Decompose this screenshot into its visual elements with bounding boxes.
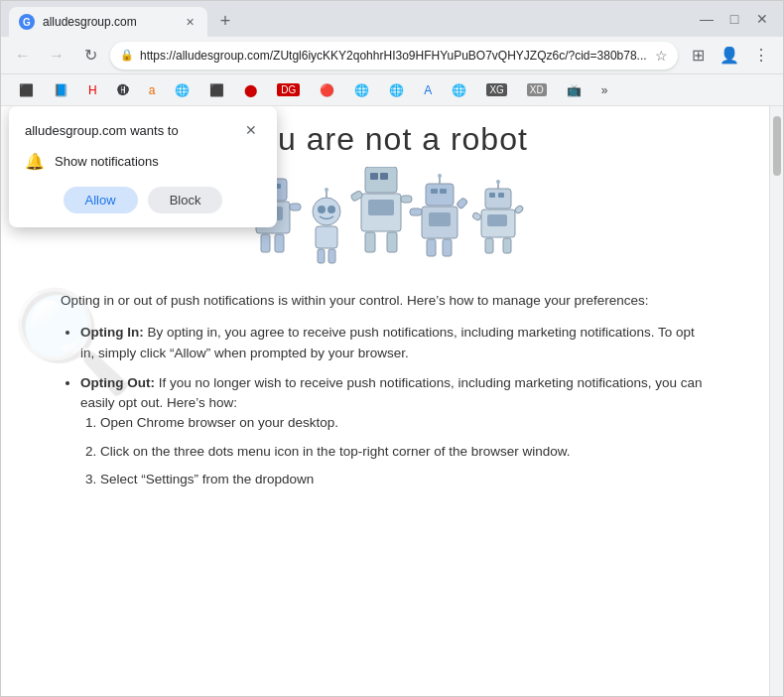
toolbar-right: ⊞ 👤 ⋮ [684, 42, 775, 70]
bookmark-item-15[interactable]: XG [478, 80, 514, 99]
bookmark-more[interactable]: » [593, 80, 616, 100]
svg-rect-37 [427, 239, 436, 256]
menu-button[interactable]: ⋮ [747, 42, 775, 70]
bell-icon: 🔔 [25, 152, 45, 171]
svg-rect-30 [426, 184, 454, 206]
back-button[interactable]: ← [9, 42, 37, 70]
svg-rect-21 [380, 173, 388, 180]
svg-rect-7 [261, 234, 270, 252]
new-tab-button[interactable]: + [211, 7, 239, 35]
bookmark-item-5[interactable]: a [141, 80, 164, 100]
svg-rect-43 [498, 193, 504, 198]
bookmark-item-16[interactable]: XD [519, 80, 555, 99]
bookmark-item-1[interactable]: ⬛ [11, 80, 42, 100]
bookmark-item-3[interactable]: H [80, 80, 105, 100]
step-1: Open Chrome browser on your desktop. [100, 413, 710, 433]
permission-popup: alludesgroup.com wants to ✕ 🔔 Show notif… [9, 106, 277, 227]
svg-rect-17 [318, 249, 325, 263]
step-2: Click on the three dots menu icon in the… [100, 442, 710, 462]
svg-rect-50 [472, 211, 482, 220]
opt-out-text: If you no longer wish to receive push no… [80, 375, 703, 410]
svg-rect-18 [328, 249, 335, 263]
address-bar: ← → ↻ 🔒 https://alludesgroup.com/ZUtgl6i… [1, 37, 783, 74]
tab-favicon: G [19, 14, 35, 30]
content-area: 🔍 you are not a robot [1, 106, 783, 696]
bookmark-item-6[interactable]: 🌐 [167, 80, 197, 100]
svg-rect-32 [440, 189, 447, 194]
block-button[interactable]: Block [148, 187, 223, 213]
robots-illustration [241, 167, 529, 276]
svg-point-45 [496, 180, 500, 184]
svg-rect-26 [365, 232, 375, 252]
svg-rect-31 [431, 189, 438, 194]
address-input-wrap[interactable]: 🔒 https://alludesgroup.com/ZUtgl6iycKKY2… [110, 42, 678, 70]
bookmark-item-2[interactable]: 📘 [46, 80, 76, 100]
lock-icon: 🔒 [120, 49, 134, 62]
steps-list: Open Chrome browser on your desktop. Cli… [100, 413, 710, 489]
svg-point-11 [313, 198, 340, 225]
svg-rect-27 [387, 232, 397, 252]
svg-rect-47 [487, 214, 507, 226]
scrollbar[interactable] [769, 106, 783, 696]
extensions-button[interactable]: ⊞ [684, 42, 712, 70]
browser-window: G alludesgroup.com ✕ + — □ ✕ ← → ↻ 🔒 htt… [0, 0, 784, 697]
bookmark-item-10[interactable]: 🔴 [312, 80, 342, 100]
opt-in-text: By opting in, you agree to receive push … [80, 325, 695, 359]
list-item-opt-out: Opting Out: If you no longer wish to rec… [80, 373, 710, 489]
allow-button[interactable]: Allow [64, 187, 138, 213]
minimize-button[interactable]: — [694, 6, 719, 32]
list-item-opt-in: Opting In: By opting in, you agree to re… [80, 323, 710, 363]
svg-rect-29 [401, 196, 412, 203]
svg-rect-25 [368, 200, 394, 215]
maximize-button[interactable]: □ [721, 6, 747, 32]
svg-rect-8 [275, 234, 284, 252]
close-button[interactable]: ✕ [749, 6, 775, 32]
svg-rect-16 [316, 226, 337, 248]
bookmark-item-14[interactable]: 🌐 [444, 80, 474, 100]
address-text: https://alludesgroup.com/ZUtgl6iycKKY2qo… [140, 49, 649, 63]
profile-button[interactable]: 👤 [716, 42, 743, 70]
svg-rect-40 [410, 209, 422, 215]
scrollbar-thumb[interactable] [773, 116, 781, 176]
window-controls: — □ ✕ [694, 1, 783, 37]
popup-title: alludesgroup.com wants to [25, 123, 179, 138]
bookmark-item-8[interactable]: ⬤ [236, 80, 265, 100]
popup-close-button[interactable]: ✕ [241, 120, 261, 140]
svg-rect-48 [485, 238, 493, 253]
svg-rect-42 [489, 193, 495, 198]
svg-point-34 [438, 174, 442, 178]
refresh-button[interactable]: ↻ [76, 42, 104, 70]
bookmark-star-icon[interactable]: ☆ [655, 48, 668, 64]
active-tab[interactable]: G alludesgroup.com ✕ [9, 7, 207, 37]
bookmarks-bar: ⬛ 📘 H 🅗 a 🌐 ⬛ ⬤ DG 🔴 🌐 🌐 A 🌐 XG XD 📺 » [1, 74, 783, 106]
svg-point-13 [327, 206, 335, 213]
svg-rect-49 [503, 238, 511, 253]
svg-rect-51 [514, 205, 524, 214]
svg-point-15 [325, 188, 328, 192]
popup-header: alludesgroup.com wants to ✕ [25, 120, 261, 140]
page-list: Opting In: By opting in, you agree to re… [80, 323, 710, 489]
popup-notification-row: 🔔 Show notifications [25, 152, 261, 171]
popup-buttons: Allow Block [25, 187, 261, 213]
page-intro: Opting in or out of push notifications i… [61, 291, 710, 311]
bookmark-item-17[interactable]: 📺 [559, 80, 589, 100]
bookmark-item-11[interactable]: 🌐 [346, 80, 377, 100]
tab-close-button[interactable]: ✕ [182, 14, 197, 30]
svg-rect-10 [290, 204, 301, 210]
bookmark-item-12[interactable]: 🌐 [381, 80, 412, 100]
bookmark-item-4[interactable]: 🅗 [109, 80, 137, 100]
tab-bar: G alludesgroup.com ✕ + — □ ✕ [1, 1, 783, 37]
bookmark-item-7[interactable]: ⬛ [201, 80, 232, 100]
tab-title: alludesgroup.com [43, 15, 174, 29]
svg-rect-39 [457, 198, 468, 209]
popup-notification-text: Show notifications [55, 154, 159, 169]
svg-rect-41 [485, 189, 511, 209]
forward-button[interactable]: → [43, 42, 70, 70]
bookmark-item-13[interactable]: A [416, 80, 440, 100]
opt-in-title: Opting In: [80, 325, 144, 340]
svg-rect-20 [370, 173, 378, 180]
opt-out-title: Opting Out: [80, 375, 155, 390]
bookmark-item-9[interactable]: DG [269, 80, 308, 99]
svg-rect-36 [429, 212, 451, 226]
svg-point-12 [318, 206, 326, 213]
